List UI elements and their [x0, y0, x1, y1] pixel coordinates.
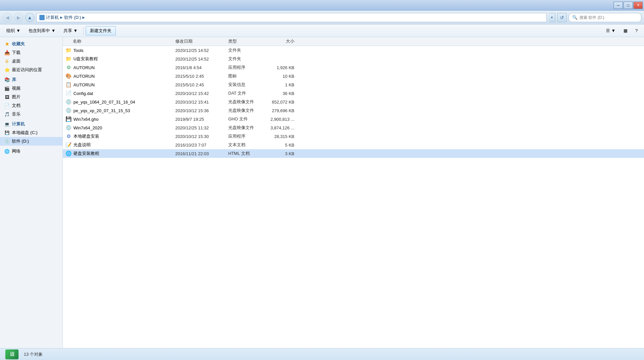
music-icon: 🎵 — [4, 112, 10, 117]
picture-label: 图片 — [12, 94, 21, 100]
sidebar: ★ 收藏夹 📥 下载 🖥 桌面 ⭐ 最近访问的位置 📚 库 � — [0, 37, 63, 348]
sidebar-item-video[interactable]: 🎬 视频 — [0, 84, 63, 93]
organize-button[interactable]: 组织 ▼ — [3, 26, 24, 35]
breadcrumb-arrow1: ▶ — [60, 16, 63, 19]
file-type-icon: 💾 — [65, 116, 71, 122]
network-section: 🌐 网络 — [0, 147, 63, 156]
address-dropdown-button[interactable]: ▼ — [549, 13, 555, 22]
table-row[interactable]: 📋 AUTORUN 2015/5/10 2:45 安装信息 1 KB — [63, 80, 644, 89]
file-size: 5 KB — [265, 143, 301, 148]
help-button[interactable]: ? — [632, 26, 641, 35]
favorites-header: ★ 收藏夹 — [0, 40, 63, 48]
col-header-name[interactable]: 名称 — [63, 38, 175, 44]
forward-button[interactable]: ▶ — [14, 13, 23, 22]
col-header-size[interactable]: 大小 — [265, 38, 301, 44]
file-name: Config.dat — [73, 91, 93, 96]
sidebar-item-desktop[interactable]: 🖥 桌面 — [0, 57, 63, 66]
file-type-label: 图标 — [228, 73, 265, 79]
new-folder-button[interactable]: 新建文件夹 — [86, 26, 116, 35]
minimize-button[interactable]: ─ — [614, 2, 623, 9]
table-row[interactable]: 📄 Config.dat 2020/10/12 15:42 DAT 文件 36 … — [63, 89, 644, 98]
file-type-icon: 💿 — [65, 125, 71, 131]
file-type-icon: 📁 — [65, 56, 71, 62]
breadcrumb-drive[interactable]: 软件 (D:) — [64, 15, 81, 21]
breadcrumb-computer[interactable]: 计算机 — [46, 15, 59, 21]
title-bar: ─ □ ✕ — [0, 0, 644, 11]
file-area: 名称 修改日期 类型 大小 📁 Tools 2020/12/25 14:52 文… — [63, 37, 644, 348]
include-label: 包含到库中 — [28, 28, 50, 34]
file-size: 3,874,126 ... — [265, 125, 301, 130]
file-date: 2016/10/23 7:07 — [175, 143, 228, 148]
file-date: 2020/10/12 15:30 — [175, 134, 228, 139]
up-button[interactable]: ▲ — [25, 13, 34, 22]
share-label: 共享 — [64, 28, 72, 34]
toolbar: 组织 ▼ 包含到库中 ▼ 共享 ▼ 新建文件夹 ☰ ▼ ▦ ? — [0, 24, 644, 37]
sidebar-item-music[interactable]: 🎵 音乐 — [0, 110, 63, 118]
table-row[interactable]: ⚙ AUTORUN 2016/1/8 4:54 应用程序 1,926 KB — [63, 63, 644, 72]
view-options-button[interactable]: ☰ ▼ — [602, 26, 619, 35]
share-dropdown-icon: ▼ — [73, 28, 78, 33]
file-name-cell: 📝 光盘说明 — [63, 142, 175, 148]
file-size: 3 KB — [265, 151, 301, 156]
file-type-label: 光盘映像文件 — [228, 99, 265, 105]
drive-c-label: 本地磁盘 (C:) — [12, 130, 37, 136]
share-button[interactable]: 共享 ▼ — [60, 26, 81, 35]
table-row[interactable]: 📝 光盘说明 2016/10/23 7:07 文本文档 5 KB — [63, 141, 644, 149]
file-name-cell: 📁 U盘安装教程 — [63, 56, 175, 62]
file-list-header: 名称 修改日期 类型 大小 — [63, 37, 644, 46]
table-row[interactable]: 💾 Win7x64.gho 2019/9/7 19:25 GHO 文件 2,90… — [63, 115, 644, 123]
help-icon: ? — [635, 28, 638, 33]
video-icon: 🎬 — [4, 86, 10, 91]
back-button[interactable]: ◀ — [3, 13, 12, 22]
status-count: 13 个对象 — [24, 351, 43, 357]
maximize-button[interactable]: □ — [623, 2, 633, 9]
address-bar[interactable]: 计算机 ▶ 软件 (D:) ▶ — [36, 13, 547, 22]
file-date: 2015/5/10 2:45 — [175, 74, 228, 79]
include-in-library-button[interactable]: 包含到库中 ▼ — [25, 26, 59, 35]
main-layout: ★ 收藏夹 📥 下载 🖥 桌面 ⭐ 最近访问的位置 📚 库 � — [0, 37, 644, 348]
table-row[interactable]: 🎨 AUTORUN 2015/5/10 2:45 图标 10 KB — [63, 72, 644, 80]
search-bar[interactable]: 🔍 — [569, 13, 641, 22]
sidebar-item-recent[interactable]: ⭐ 最近访问的位置 — [0, 66, 63, 74]
col-header-type[interactable]: 类型 — [228, 38, 265, 44]
video-label: 视频 — [12, 85, 21, 91]
recent-icon: ⭐ — [4, 67, 10, 72]
file-size: 1,926 KB — [265, 65, 301, 70]
search-input[interactable] — [580, 15, 638, 20]
file-type-icon: 🎨 — [65, 73, 71, 79]
refresh-button[interactable]: ↺ — [557, 13, 567, 22]
computer-header: 💻 计算机 — [0, 120, 63, 128]
table-row[interactable]: 💿 pe_yqs_xp_20_07_31_15_53 2020/10/12 15… — [63, 106, 644, 115]
file-name-cell: 🌐 硬盘安装教程 — [63, 151, 175, 157]
breadcrumb: 计算机 ▶ 软件 (D:) ▶ — [46, 15, 85, 21]
sidebar-item-picture[interactable]: 🖼 图片 — [0, 93, 63, 101]
toolbar-divider — [83, 27, 84, 35]
table-row[interactable]: 📁 Tools 2020/12/25 14:52 文件夹 — [63, 46, 644, 55]
drive-c-icon: 💾 — [5, 130, 10, 135]
sidebar-item-drive-c[interactable]: 💾 本地磁盘 (C:) — [0, 128, 63, 137]
table-row[interactable]: ⚙ 本地硬盘安装 2020/10/12 15:30 应用程序 28,315 KB — [63, 132, 644, 141]
computer-section: 💻 计算机 💾 本地磁盘 (C:) 💿 软件 (D:) — [0, 120, 63, 146]
table-row[interactable]: 📁 U盘安装教程 2020/12/25 14:52 文件夹 — [63, 55, 644, 63]
preview-button[interactable]: ▦ — [620, 26, 631, 35]
table-row[interactable]: 💿 pe_yqs_1064_20_07_31_16_04 2020/10/12 … — [63, 98, 644, 106]
col-header-date[interactable]: 修改日期 — [175, 38, 228, 44]
sidebar-item-network[interactable]: 🌐 网络 — [0, 147, 63, 156]
table-row[interactable]: 🌐 硬盘安装教程 2016/11/21 22:03 HTML 文档 3 KB — [63, 149, 644, 158]
sidebar-item-document[interactable]: 📄 文档 — [0, 101, 63, 110]
file-type-label: DAT 文件 — [228, 90, 265, 96]
file-name: pe_yqs_xp_20_07_31_15_53 — [73, 108, 130, 113]
file-date: 2020/12/25 14:52 — [175, 57, 228, 62]
file-name-cell: 🎨 AUTORUN — [63, 73, 175, 79]
breadcrumb-arrow2: ▶ — [82, 16, 85, 19]
music-label: 音乐 — [12, 111, 21, 117]
close-button[interactable]: ✕ — [633, 2, 643, 9]
sidebar-item-drive-d[interactable]: 💿 软件 (D:) — [0, 137, 63, 146]
table-row[interactable]: 💿 Win7x64_2020 2020/12/25 11:32 光盘映像文件 3… — [63, 123, 644, 132]
file-type-label: 文件夹 — [228, 56, 265, 62]
file-type-label: 文件夹 — [228, 47, 265, 53]
file-type-label: 光盘映像文件 — [228, 125, 265, 131]
document-icon: 📄 — [4, 103, 10, 108]
sidebar-item-download[interactable]: 📥 下载 — [0, 48, 63, 57]
file-type-label: 安装信息 — [228, 82, 265, 88]
